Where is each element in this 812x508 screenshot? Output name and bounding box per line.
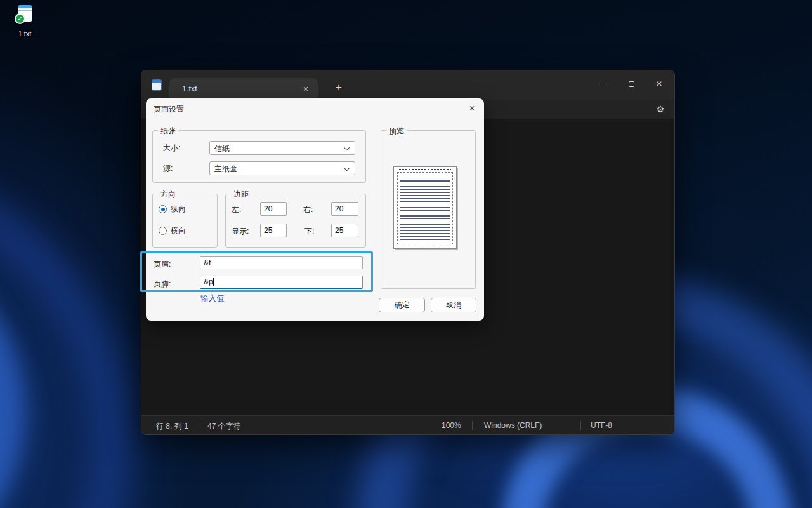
landscape-radio-icon[interactable] xyxy=(159,227,167,235)
hint-link[interactable]: 输入值 xyxy=(200,293,225,304)
chevron-down-icon xyxy=(344,165,350,171)
dialog-title: 页面设置 xyxy=(154,104,184,115)
landscape-radio-option[interactable]: 横向 xyxy=(159,225,186,236)
margin-top-label: 显示: xyxy=(232,226,249,237)
margin-right-input[interactable] xyxy=(331,202,358,216)
status-divider xyxy=(472,421,473,430)
zoom-level[interactable]: 100% xyxy=(442,421,461,430)
tab-title: 1.txt xyxy=(182,84,197,93)
paper-size-value: 信纸 xyxy=(214,144,230,154)
preview-page xyxy=(393,166,457,249)
status-divider xyxy=(580,421,581,430)
wallpaper-ribbon xyxy=(0,159,133,508)
margin-left-input[interactable] xyxy=(260,202,287,216)
minimize-button[interactable] xyxy=(589,73,617,95)
close-icon: ✕ xyxy=(656,79,662,88)
margin-right-label: 右: xyxy=(303,204,313,215)
char-count: 47 个字符 xyxy=(207,421,241,432)
tab-1txt[interactable]: 1.txt ✕ xyxy=(169,78,318,100)
header-label: 页眉: xyxy=(154,259,171,270)
status-divider xyxy=(202,421,202,430)
portrait-label: 纵向 xyxy=(171,204,186,215)
portrait-radio-option[interactable]: 纵向 xyxy=(159,204,186,215)
footer-input[interactable] xyxy=(200,276,363,289)
header-input[interactable] xyxy=(200,256,363,269)
chevron-down-icon xyxy=(344,145,350,150)
text-file-icon: ✓ xyxy=(14,5,36,28)
paper-source-value: 主纸盒 xyxy=(214,164,237,175)
cursor-position: 行 8, 列 1 xyxy=(156,421,188,432)
minimize-icon xyxy=(600,84,606,84)
desktop: ✓ 1.txt 1.txt ✕ + ✕ ⚙ 行 8, 列 1 47 个字符 xyxy=(0,0,812,508)
tab-close-icon[interactable]: ✕ xyxy=(300,83,311,95)
preview-group-label: 预览 xyxy=(386,126,407,137)
margin-bottom-input[interactable] xyxy=(331,224,358,237)
preview-text-area xyxy=(397,172,453,244)
paper-group-label: 纸张 xyxy=(158,126,178,137)
orientation-group-label: 方向 xyxy=(158,189,178,200)
desktop-file-label: 1.txt xyxy=(6,30,43,37)
titlebar[interactable]: 1.txt ✕ + ✕ xyxy=(141,70,674,100)
portrait-radio-icon[interactable] xyxy=(159,205,167,213)
desktop-file-1txt[interactable]: ✓ 1.txt xyxy=(6,5,43,37)
close-button[interactable]: ✕ xyxy=(645,73,673,95)
sync-check-icon: ✓ xyxy=(15,13,25,24)
orientation-group: 方向 xyxy=(152,194,218,248)
margin-top-input[interactable] xyxy=(260,224,287,237)
settings-gear-icon[interactable]: ⚙ xyxy=(653,102,668,116)
paper-source-label: 源: xyxy=(163,163,173,174)
text-caret xyxy=(213,278,214,286)
notepad-app-icon xyxy=(152,80,161,90)
dialog-close-button[interactable]: ✕ xyxy=(465,102,479,116)
window-controls: ✕ xyxy=(589,73,673,95)
new-tab-button[interactable]: + xyxy=(331,79,347,96)
wallpaper-ribbon xyxy=(0,235,25,508)
paper-size-dropdown[interactable]: 信纸 xyxy=(209,141,355,155)
cancel-button[interactable]: 取消 xyxy=(431,298,476,312)
margins-group-label: 边距 xyxy=(231,189,251,200)
footer-label: 页脚: xyxy=(154,279,171,290)
margin-left-label: 左: xyxy=(232,204,241,215)
ok-button[interactable]: 确定 xyxy=(379,298,425,312)
status-bar: 行 8, 列 1 47 个字符 100% Windows (CRLF) UTF-… xyxy=(141,415,674,434)
paper-source-dropdown[interactable]: 主纸盒 xyxy=(209,161,355,175)
page-setup-dialog: 页面设置 ✕ 纸张 大小: 信纸 源: 主纸盒 方向 纵向 横向 边距 xyxy=(146,98,484,321)
line-ending[interactable]: Windows (CRLF) xyxy=(484,421,542,430)
maximize-button[interactable] xyxy=(617,73,645,95)
paper-size-label: 大小: xyxy=(163,143,180,154)
margin-bottom-label: 下: xyxy=(304,226,314,237)
encoding[interactable]: UTF-8 xyxy=(591,421,612,430)
preview-header-line xyxy=(399,169,451,170)
landscape-label: 横向 xyxy=(171,225,186,236)
maximize-icon xyxy=(629,81,634,87)
